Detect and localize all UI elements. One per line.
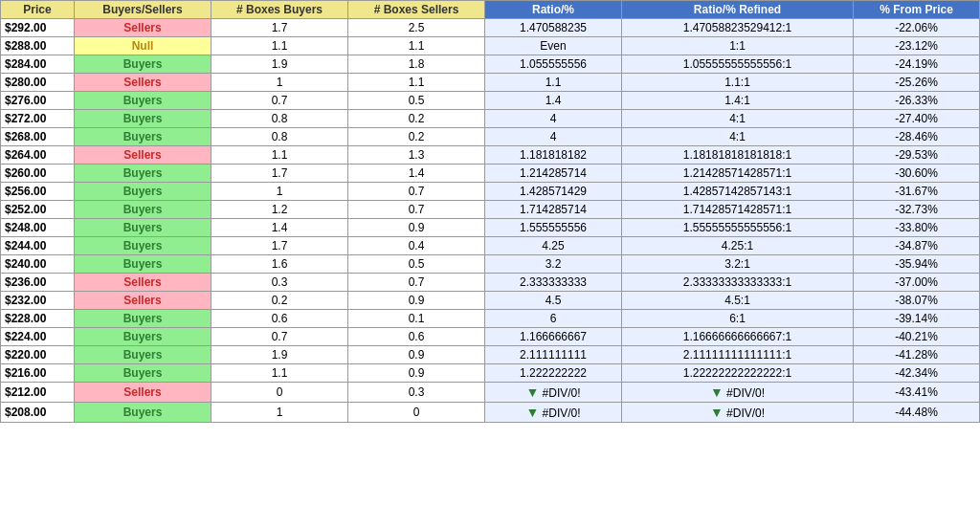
table-row: $272.00Buyers0.80.244:1-27.40% — [1, 110, 980, 128]
from-price-cell: -39.14% — [854, 310, 980, 328]
col-header-boxes-buyers: # Boxes Buyers — [212, 1, 348, 19]
from-price-cell: -23.12% — [854, 37, 980, 55]
boxes-sellers-cell: 0.9 — [348, 219, 485, 237]
price-cell: $232.00 — [1, 292, 75, 310]
col-header-ratio: Ratio/% — [485, 1, 622, 19]
price-cell: $228.00 — [1, 310, 75, 328]
from-price-cell: -29.53% — [854, 146, 980, 165]
boxes-buyers-cell: 1.6 — [212, 255, 348, 274]
table-row: $252.00Buyers1.20.71.7142857141.71428571… — [1, 201, 980, 219]
ratio-cell: 1.555555556 — [485, 219, 622, 237]
from-price-cell: -24.19% — [854, 55, 980, 74]
ratio-refined-cell: ▼ #DIV/0! — [622, 403, 854, 423]
ratio-cell: 1.181818182 — [485, 146, 622, 165]
boxes-buyers-cell: 0.8 — [212, 110, 348, 128]
ratio-cell: 1.166666667 — [485, 328, 622, 346]
boxes-sellers-cell: 0.4 — [348, 237, 485, 255]
boxes-buyers-cell: 1.4 — [212, 219, 348, 237]
ratio-refined-cell: 2.11111111111111:1 — [622, 346, 854, 364]
from-price-cell: -34.87% — [854, 237, 980, 255]
col-header-price: Price — [1, 1, 75, 19]
table-row: $260.00Buyers1.71.41.2142857141.21428571… — [1, 165, 980, 183]
from-price-cell: -27.40% — [854, 110, 980, 128]
main-table-container: Price Buyers/Sellers # Boxes Buyers # Bo… — [0, 0, 980, 423]
table-row: $224.00Buyers0.70.61.1666666671.16666666… — [1, 328, 980, 346]
buyers-sellers-cell: Sellers — [75, 274, 212, 292]
buyers-sellers-cell: Sellers — [75, 292, 212, 310]
from-price-cell: -26.33% — [854, 92, 980, 110]
price-cell: $284.00 — [1, 55, 75, 74]
green-arrow-icon-2: ▼ — [710, 384, 724, 400]
buyers-sellers-cell: Null — [75, 37, 212, 55]
price-cell: $212.00 — [1, 383, 75, 403]
price-cell: $244.00 — [1, 237, 75, 255]
boxes-buyers-cell: 0.8 — [212, 128, 348, 146]
buyers-sellers-cell: Buyers — [75, 165, 212, 183]
price-cell: $260.00 — [1, 165, 75, 183]
price-cell: $280.00 — [1, 74, 75, 92]
boxes-buyers-cell: 1.1 — [212, 37, 348, 55]
from-price-cell: -32.73% — [854, 201, 980, 219]
ratio-refined-cell: 1.47058823529412:1 — [622, 19, 854, 37]
ratio-refined-cell: 2.33333333333333:1 — [622, 274, 854, 292]
table-row: $284.00Buyers1.91.81.0555555561.05555555… — [1, 55, 980, 74]
from-price-cell: -40.21% — [854, 328, 980, 346]
ratio-cell: 4.5 — [485, 292, 622, 310]
boxes-sellers-cell: 0.9 — [348, 346, 485, 364]
from-price-cell: -43.41% — [854, 383, 980, 403]
from-price-cell: -38.07% — [854, 292, 980, 310]
buyers-sellers-cell: Buyers — [75, 110, 212, 128]
ratio-cell: 3.2 — [485, 255, 622, 274]
price-cell: $276.00 — [1, 92, 75, 110]
price-cell: $268.00 — [1, 128, 75, 146]
price-cell: $288.00 — [1, 37, 75, 55]
ratio-refined-cell: 1.22222222222222:1 — [622, 364, 854, 383]
ratio-cell: 1.4 — [485, 92, 622, 110]
boxes-sellers-cell: 0 — [348, 403, 485, 423]
price-cell: $264.00 — [1, 146, 75, 165]
price-cell: $256.00 — [1, 183, 75, 201]
boxes-buyers-cell: 1.2 — [212, 201, 348, 219]
buyers-sellers-cell: Sellers — [75, 74, 212, 92]
boxes-sellers-cell: 0.5 — [348, 255, 485, 274]
price-cell: $252.00 — [1, 201, 75, 219]
ratio-refined-cell: 1.1:1 — [622, 74, 854, 92]
ratio-cell: Even — [485, 37, 622, 55]
ratio-refined-cell: 1.71428571428571:1 — [622, 201, 854, 219]
boxes-sellers-cell: 2.5 — [348, 19, 485, 37]
green-arrow-icon: ▼ — [525, 384, 539, 400]
col-header-boxes-sellers: # Boxes Sellers — [348, 1, 485, 19]
ratio-cell: 1.214285714 — [485, 165, 622, 183]
table-row: $216.00Buyers1.10.91.2222222221.22222222… — [1, 364, 980, 383]
green-arrow-icon-2: ▼ — [710, 405, 724, 420]
boxes-buyers-cell: 1 — [212, 183, 348, 201]
table-row: $228.00Buyers0.60.166:1-39.14% — [1, 310, 980, 328]
table-row: $208.00Buyers10▼ #DIV/0!▼ #DIV/0!-44.48% — [1, 403, 980, 423]
boxes-sellers-cell: 0.9 — [348, 364, 485, 383]
boxes-sellers-cell: 0.5 — [348, 92, 485, 110]
table-row: $236.00Sellers0.30.72.3333333332.3333333… — [1, 274, 980, 292]
buyers-sellers-cell: Sellers — [75, 146, 212, 165]
boxes-buyers-cell: 0 — [212, 383, 348, 403]
ratio-cell: 1.714285714 — [485, 201, 622, 219]
buyers-sellers-cell: Buyers — [75, 55, 212, 74]
buyers-sellers-cell: Buyers — [75, 128, 212, 146]
price-cell: $240.00 — [1, 255, 75, 274]
boxes-buyers-cell: 0.6 — [212, 310, 348, 328]
boxes-buyers-cell: 1 — [212, 403, 348, 423]
boxes-sellers-cell: 0.7 — [348, 274, 485, 292]
ratio-refined-cell: 1.21428571428571:1 — [622, 165, 854, 183]
boxes-buyers-cell: 0.3 — [212, 274, 348, 292]
table-row: $256.00Buyers10.71.4285714291.4285714285… — [1, 183, 980, 201]
buyers-sellers-cell: Buyers — [75, 201, 212, 219]
ratio-refined-cell: 1.18181818181818:1 — [622, 146, 854, 165]
ratio-refined-cell: 1.42857142857143:1 — [622, 183, 854, 201]
table-row: $288.00Null1.11.1Even1:1-23.12% — [1, 37, 980, 55]
boxes-sellers-cell: 1.1 — [348, 37, 485, 55]
table-row: $220.00Buyers1.90.92.1111111112.11111111… — [1, 346, 980, 364]
from-price-cell: -37.00% — [854, 274, 980, 292]
table-row: $292.00Sellers1.72.51.4705882351.4705882… — [1, 19, 980, 37]
ratio-cell: 4 — [485, 110, 622, 128]
boxes-sellers-cell: 0.1 — [348, 310, 485, 328]
boxes-buyers-cell: 0.7 — [212, 92, 348, 110]
